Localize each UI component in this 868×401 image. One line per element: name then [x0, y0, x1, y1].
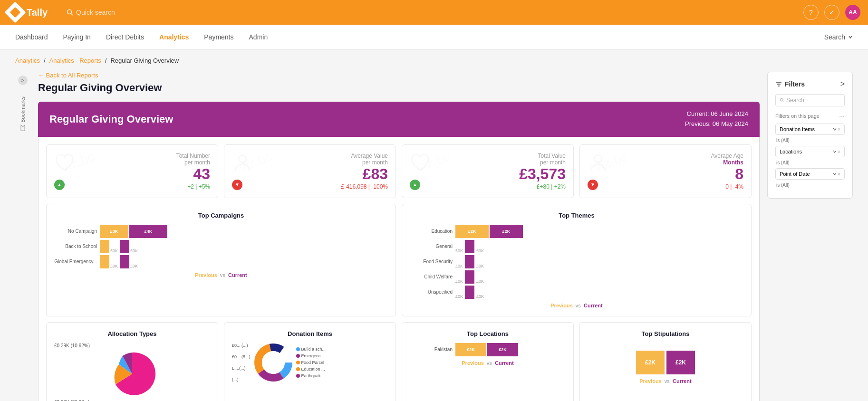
- trend-up-icon-2: ▲: [410, 180, 420, 190]
- trend-down-icon-1: ▼: [232, 180, 242, 190]
- chevron-down-icon: [848, 35, 853, 39]
- bookmarks-label: Bookmarks: [20, 96, 26, 131]
- filter-donation-items-value: is (All): [775, 138, 845, 146]
- page-title: Regular Giving Overview: [38, 82, 760, 94]
- top-nav: Tally Quick search ? ✓ AA: [0, 0, 868, 25]
- report-banner: Regular Giving Overview Current: 06 June…: [38, 102, 760, 137]
- quick-search-label: Quick search: [76, 9, 115, 16]
- logo-area[interactable]: Tally: [8, 5, 48, 20]
- filter-locations[interactable]: Locations ×: [775, 146, 845, 157]
- search-icon: [67, 9, 73, 16]
- themes-bars: Education £2K £2K General £0K: [410, 225, 743, 299]
- filter-search-icon: [780, 98, 784, 103]
- svg-line-1: [71, 14, 73, 16]
- app-name: Tally: [27, 7, 48, 18]
- bar-row: Unspecified £0K £0K: [410, 286, 743, 299]
- donation-items-chart: Donation Items £0... (...) £0....(5...) …: [224, 322, 396, 401]
- sidebar-expand-button[interactable]: >: [18, 76, 28, 85]
- nav-payments[interactable]: Payments: [204, 31, 233, 43]
- top-campaigns-chart: Top Campaigns No Campaign £3K £4K: [46, 204, 396, 316]
- breadcrumb-reports[interactable]: Analytics - Reports: [49, 57, 101, 64]
- allocation-pie-chart: [108, 350, 156, 398]
- left-sidebar: > Bookmarks: [15, 72, 30, 401]
- filter-point-of-date[interactable]: Point of Date ×: [775, 168, 845, 180]
- dashboard-grid: Total Number per month 43 +2 | +5% ▲ viz…: [38, 137, 760, 401]
- quick-search-area[interactable]: Quick search: [67, 9, 115, 16]
- bar-row: General £0K £0K: [410, 240, 743, 253]
- allocation-types-chart: Allocation Types £0.39K (10.92%): [46, 322, 218, 401]
- stat-card-average-age: Average Age Months 8 -0 | -4% ▼ viz.bc: [579, 144, 752, 198]
- trend-down-icon-3: ▼: [588, 180, 598, 190]
- breadcrumb-current: Regular Giving Overview: [110, 57, 179, 64]
- svg-point-0: [68, 10, 72, 14]
- nav-direct-debits[interactable]: Direct Debits: [106, 31, 144, 43]
- logo-icon: [4, 1, 26, 23]
- back-link[interactable]: ← Back to All Reports: [38, 72, 760, 79]
- report-banner-title: Regular Giving Overview: [49, 113, 173, 125]
- campaigns-bars: No Campaign £3K £4K Back to School £0: [54, 225, 388, 268]
- bar-row: Child Welfare £0K £0K: [410, 270, 743, 284]
- nav-search-label: Search: [824, 33, 845, 41]
- svg-point-12: [780, 98, 783, 101]
- breadcrumb: Analytics / Analytics - Reports / Regula…: [0, 49, 868, 68]
- svg-point-2: [239, 155, 246, 162]
- filter-icon: [775, 81, 782, 87]
- filter-donation-items[interactable]: Donation Items ×: [775, 124, 845, 135]
- page-content: > Bookmarks ← Back to All Reports Regula…: [0, 68, 868, 401]
- help-button[interactable]: ?: [803, 5, 819, 20]
- top-nav-right: ? ✓ AA: [803, 5, 860, 20]
- nav-dashboard[interactable]: Dashboard: [15, 31, 48, 43]
- top-locations-chart: Top Locations Pakistan £2K £2K Previous: [402, 322, 574, 401]
- filter-locations-value: is (All): [775, 160, 845, 168]
- bar-row: Global Emergency... £0K £0K: [54, 255, 388, 268]
- svg-point-3: [594, 155, 601, 162]
- secondary-nav: Dashboard Paying In Direct Debits Analyt…: [0, 25, 868, 49]
- bar-row: Pakistan £2K £2K: [410, 343, 566, 356]
- nav-search-button[interactable]: Search: [824, 33, 853, 41]
- heart2-icon: [410, 153, 431, 173]
- bar-row: Food Security £0K £0K: [410, 255, 743, 268]
- stat-card-total-value: Total Value per month £3,573 £+80 | +2% …: [402, 144, 574, 198]
- bar-row: Back to School £0K £0K: [54, 240, 388, 253]
- nav-paying-in[interactable]: Paying In: [63, 31, 91, 43]
- top-themes-chart: Top Themes Education £2K £2K Gener: [402, 204, 752, 316]
- filter-search-input[interactable]: Search: [775, 94, 845, 106]
- chevron-down-icon: [833, 172, 837, 176]
- chevron-down-icon: [833, 127, 837, 131]
- donation-donut-chart: [254, 344, 292, 382]
- filters-panel: Filters > Search Filters on this page ··…: [767, 72, 853, 199]
- svg-line-13: [782, 101, 784, 102]
- svg-point-8: [262, 351, 285, 374]
- person-icon: [232, 153, 253, 173]
- top-stipulations-chart: Top Stipulations £2K £2K Previous vs Cur…: [579, 322, 752, 401]
- heart-icon: [54, 153, 75, 173]
- chevron-down-icon: [833, 150, 837, 153]
- filters-expand-button[interactable]: >: [840, 80, 845, 88]
- dashboard-main: ← Back to All Reports Regular Giving Ove…: [38, 72, 760, 401]
- nav-admin[interactable]: Admin: [249, 31, 268, 43]
- filter-point-of-date-value: is (All): [775, 182, 845, 191]
- trend-up-icon-0: ▲: [54, 180, 65, 190]
- bar-row: Education £2K £2K: [410, 225, 743, 238]
- tasks-button[interactable]: ✓: [824, 5, 839, 20]
- nav-analytics[interactable]: Analytics: [159, 31, 189, 43]
- breadcrumb-analytics[interactable]: Analytics: [15, 57, 40, 64]
- report-banner-dates: Current: 06 June 2024 Previous: 06 May 2…: [685, 109, 748, 129]
- filters-on-page-label: Filters on this page ···: [775, 112, 845, 120]
- bar-row: No Campaign £3K £4K: [54, 225, 388, 238]
- stat-card-total-number: Total Number per month 43 +2 | +5% ▲ viz…: [46, 144, 218, 198]
- filters-header: Filters >: [775, 80, 845, 88]
- bookmark-icon: [20, 124, 26, 131]
- stat-card-average-value: Average Value per month £83 £-416,098 | …: [224, 144, 396, 198]
- person2-icon: [588, 153, 608, 173]
- avatar[interactable]: AA: [845, 5, 860, 20]
